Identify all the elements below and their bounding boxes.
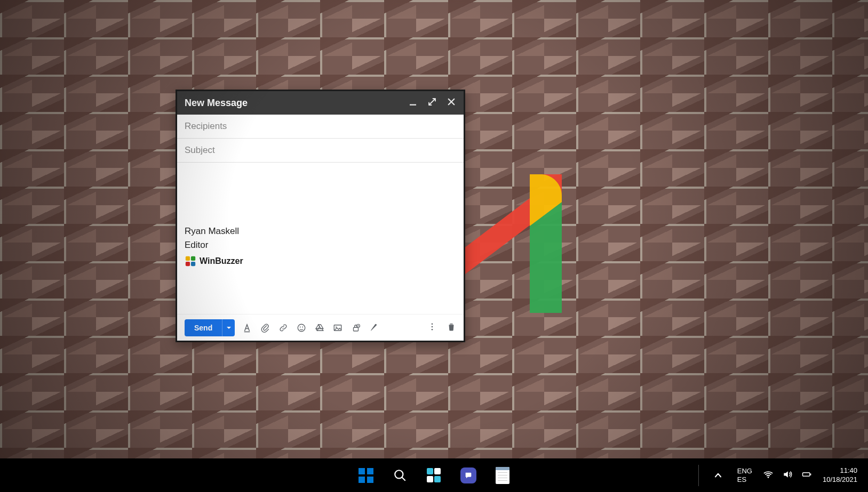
search-icon[interactable] <box>392 467 409 484</box>
compose-toolbar: Send <box>177 314 464 341</box>
svg-point-6 <box>298 324 305 332</box>
svg-point-14 <box>432 326 433 327</box>
email-signature: Ryan Maskell Editor WinBuzzer <box>185 224 456 268</box>
svg-point-10 <box>336 326 337 327</box>
volume-icon[interactable] <box>782 469 793 482</box>
minimize-icon[interactable] <box>408 97 418 109</box>
svg-rect-19 <box>810 473 811 475</box>
send-button[interactable]: Send <box>185 319 222 336</box>
compose-body[interactable]: Ryan Maskell Editor WinBuzzer <box>177 163 464 314</box>
insert-link-icon[interactable] <box>278 323 288 333</box>
confidential-mode-icon[interactable] <box>351 323 361 333</box>
taskbar: ENG ES 11:40 10/18/2021 <box>0 458 868 492</box>
svg-rect-11 <box>354 327 359 331</box>
svg-rect-0 <box>410 104 416 106</box>
compose-window: New Message Recipients Subject Ryan Mask… <box>176 90 465 342</box>
svg-point-7 <box>300 326 301 327</box>
more-options-icon[interactable] <box>427 322 437 334</box>
chat-icon[interactable] <box>460 467 477 484</box>
signature-role: Editor <box>185 238 456 252</box>
svg-rect-3 <box>186 262 190 266</box>
attach-file-icon[interactable] <box>260 323 270 333</box>
winbuzzer-logo-icon <box>185 255 196 267</box>
clock-time: 11:40 <box>823 466 857 475</box>
insert-drive-icon[interactable] <box>315 323 324 333</box>
svg-point-16 <box>395 470 403 478</box>
start-button[interactable] <box>357 467 375 484</box>
insert-signature-icon[interactable] <box>369 323 379 333</box>
clock-date: 10/18/2021 <box>823 475 857 484</box>
discard-draft-icon[interactable] <box>447 322 456 334</box>
svg-rect-5 <box>244 331 250 332</box>
svg-rect-1 <box>186 256 190 261</box>
language-secondary: ES <box>737 475 752 484</box>
subject-field[interactable]: Subject <box>177 139 464 163</box>
send-options-button[interactable] <box>222 319 235 336</box>
svg-point-17 <box>768 477 769 478</box>
signature-name: Ryan Maskell <box>185 224 456 238</box>
formatting-icon[interactable] <box>242 323 252 333</box>
svg-rect-4 <box>191 262 195 266</box>
svg-point-15 <box>432 328 433 330</box>
language-indicator[interactable]: ENG ES <box>737 467 752 483</box>
clock[interactable]: 11:40 10/18/2021 <box>823 466 857 484</box>
taskbar-divider <box>698 465 699 486</box>
battery-icon[interactable] <box>801 469 812 482</box>
notepad-icon[interactable] <box>494 467 511 484</box>
compose-header: New Message <box>177 91 464 115</box>
fullscreen-icon[interactable] <box>427 97 437 109</box>
signature-brand: WinBuzzer <box>200 255 243 268</box>
language-primary: ENG <box>737 467 752 475</box>
insert-photo-icon[interactable] <box>333 323 343 333</box>
widgets-icon[interactable] <box>426 467 443 484</box>
show-hidden-icons-icon[interactable] <box>710 467 727 484</box>
svg-rect-18 <box>802 472 809 476</box>
compose-title: New Message <box>185 98 248 109</box>
recipients-field[interactable]: Recipients <box>177 115 464 139</box>
svg-rect-2 <box>191 256 195 261</box>
svg-point-13 <box>432 323 433 325</box>
close-icon[interactable] <box>447 97 456 109</box>
wifi-icon[interactable] <box>763 469 774 482</box>
svg-point-8 <box>302 326 304 327</box>
insert-emoji-icon[interactable] <box>297 323 306 333</box>
